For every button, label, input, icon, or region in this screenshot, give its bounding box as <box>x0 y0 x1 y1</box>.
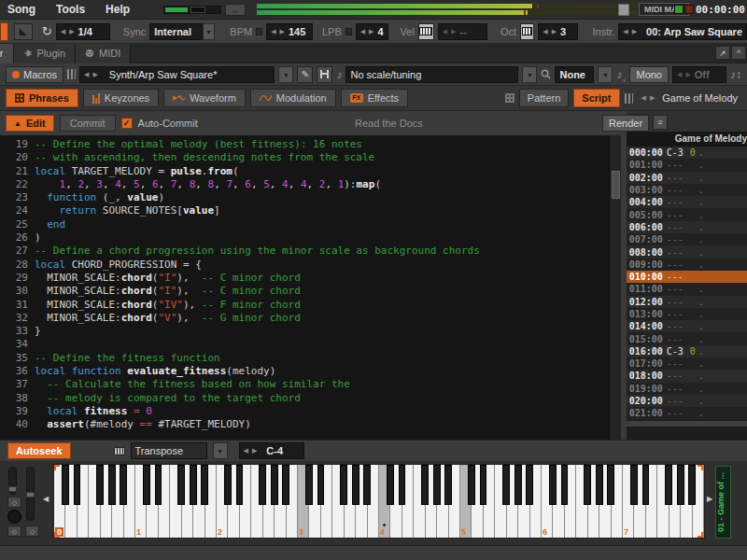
code-line[interactable]: 32 MINOR_SCALE:chord("V"), -- G minor ch… <box>0 312 621 325</box>
preset-select[interactable]: ◀▶ Synth/Arp Saw Square* <box>79 66 275 83</box>
lpb-automation-box[interactable] <box>345 28 352 35</box>
commit-button[interactable]: Commit <box>60 115 116 132</box>
piano-key-black[interactable] <box>607 465 614 505</box>
piano-key-black[interactable] <box>468 465 475 505</box>
vel-keyboard-button[interactable] <box>418 23 434 40</box>
phrase-next[interactable]: ▶ <box>650 94 655 102</box>
code-line[interactable]: 35-- Define the fitness function <box>0 352 621 365</box>
preset-save-button[interactable] <box>317 66 332 83</box>
piano-key-black[interactable] <box>665 465 672 505</box>
preset-dropdown-button[interactable]: ▼ <box>278 66 293 83</box>
code-line[interactable]: 38 -- melody is compared to the target c… <box>0 392 621 405</box>
edit-mode-button[interactable] <box>0 22 8 41</box>
knob-reset-button[interactable]: ◇ <box>7 525 21 537</box>
phrase-row[interactable]: 017:00---. <box>627 357 747 370</box>
oct-piano-button[interactable] <box>520 23 534 40</box>
oct-increment[interactable]: ▶ <box>552 28 557 35</box>
piano-key-black[interactable] <box>480 465 487 505</box>
phrase-note-list[interactable]: Game of Melody 000:00C-30.001:00---.002:… <box>627 132 747 440</box>
piano-key-black[interactable] <box>201 465 208 505</box>
piano-key-black[interactable] <box>352 465 359 505</box>
code-line[interactable]: 24 return SOURCE_NOTES[value] <box>0 204 621 217</box>
metronome-button[interactable]: ◣ <box>14 23 33 40</box>
bpm-decrement[interactable]: ◀ <box>271 28 276 35</box>
piano-key-black[interactable] <box>363 465 371 505</box>
phrase-row[interactable]: 000:00C-30. <box>627 147 747 159</box>
tab-plugin[interactable]: Plugin <box>14 44 77 63</box>
code-scrollbar-thumb[interactable] <box>612 171 620 199</box>
phrase-row[interactable]: 013:00---. <box>627 308 747 320</box>
transpose-reset-button[interactable]: ◇ <box>25 525 39 537</box>
oct-decrement[interactable]: ◀ <box>543 28 548 35</box>
phrase-row[interactable]: 019:00---. <box>627 383 747 395</box>
detach-window-button[interactable]: ↗ <box>715 46 730 60</box>
slider-handle[interactable] <box>8 486 17 492</box>
oct-field[interactable]: ◀▶ 3 <box>538 23 578 40</box>
transpose-dropdown-button[interactable]: ▼ <box>213 442 228 459</box>
piano-key-black[interactable] <box>526 465 533 505</box>
piano-key-black[interactable] <box>224 465 232 505</box>
lpb-increment[interactable]: ▶ <box>369 28 374 35</box>
vel-decrement[interactable]: ◀ <box>443 28 448 35</box>
preset-prev[interactable]: ◀ <box>84 71 90 78</box>
piano-key-black[interactable] <box>190 465 197 505</box>
phrase-row[interactable]: 006:00---. <box>627 221 747 233</box>
vel-field[interactable]: ◀▶ -- <box>438 23 487 40</box>
code-line[interactable]: 20-- with ascending, then descending not… <box>0 151 621 164</box>
code-line[interactable]: 40 assert(#melody == #TARGET_MELODY) <box>0 418 621 431</box>
phrase-prev[interactable]: ◀ <box>641 94 647 102</box>
scale-dropdown-button[interactable]: ▼ <box>522 66 537 83</box>
collapse-panel-button[interactable]: ^ <box>731 46 746 60</box>
phrase-row[interactable]: 008:00---. <box>627 245 747 258</box>
piano-key-black[interactable] <box>317 465 325 505</box>
preset-next[interactable]: ▶ <box>92 71 98 78</box>
glide-increment[interactable]: ▶ <box>685 71 691 78</box>
piano-key-black[interactable] <box>236 465 244 505</box>
code-line[interactable]: 26) <box>0 231 621 245</box>
read-docs-link[interactable]: Read the Docs <box>355 118 423 129</box>
piano-key-black[interactable] <box>688 465 696 505</box>
phrase-row[interactable]: 001:00---. <box>627 159 747 171</box>
phrase-row[interactable]: 007:00---. <box>627 233 747 245</box>
tab-waveform[interactable]: Waveform <box>163 89 246 107</box>
code-line[interactable]: 31 MINOR_SCALE:chord("IV"), -- F minor c… <box>0 299 621 312</box>
phrase-transpose-slider[interactable] <box>26 467 35 521</box>
tab-midi[interactable]: MIDI <box>76 44 131 63</box>
tab-phrases[interactable]: Phrases <box>6 89 78 107</box>
code-line[interactable]: 22 1, 2, 3, 4, 5, 6, 7, 8, 8, 7, 6, 5, 4… <box>0 178 621 191</box>
piano-key-black[interactable] <box>399 465 406 505</box>
piano-key-black[interactable] <box>62 465 69 505</box>
bpm-increment[interactable]: ▶ <box>280 28 286 35</box>
follow-player-icon[interactable]: ↻ <box>42 24 52 38</box>
phrase-select[interactable]: ◀▶ Game of Melody <box>638 90 741 106</box>
phrase-row[interactable]: 010:00---. <box>627 271 747 283</box>
piano-key-black[interactable] <box>74 465 81 505</box>
piano-key-black[interactable] <box>433 465 441 505</box>
piano-key-black[interactable] <box>120 465 127 505</box>
phrase-row[interactable]: 020:00---. <box>627 395 747 407</box>
piano-key-black[interactable] <box>340 465 347 505</box>
phrase-row[interactable]: 004:00---. <box>627 196 747 208</box>
phrase-row[interactable]: 012:00---. <box>627 296 747 308</box>
phrase-pan-knob[interactable] <box>7 510 21 524</box>
volume-reset-button[interactable]: ↔ <box>225 4 246 16</box>
phrase-list-scrollbar[interactable] <box>627 420 747 427</box>
piano-key-black[interactable] <box>514 465 522 505</box>
step-decrement[interactable]: ◀ <box>61 28 66 35</box>
piano-key-black[interactable] <box>421 465 429 505</box>
edit-button[interactable]: ▲ Edit <box>6 115 54 132</box>
piano-key-black[interactable] <box>642 465 650 505</box>
piano-key-black[interactable] <box>282 465 289 505</box>
instrument-select[interactable]: ◀▶ 00: Arp Saw Square <box>618 23 747 40</box>
key-select[interactable]: None <box>555 66 594 83</box>
code-line[interactable]: 29 MINOR_SCALE:chord("I"), -- C minor ch… <box>0 272 621 285</box>
piano-key-black[interactable] <box>596 465 603 505</box>
code-line[interactable]: 30 MINOR_SCALE:chord("I"), -- C minor ch… <box>0 285 621 298</box>
vel-increment[interactable]: ▶ <box>451 28 457 35</box>
phrase-row[interactable]: 016:00C-30. <box>627 345 747 357</box>
piano-key-black[interactable] <box>444 465 452 505</box>
lpb-field[interactable]: ◀▶ 4 <box>356 23 388 40</box>
piano-key-black[interactable] <box>630 465 638 505</box>
lpb-decrement[interactable]: ◀ <box>360 28 366 35</box>
autoseek-button[interactable]: Autoseek <box>7 442 71 459</box>
